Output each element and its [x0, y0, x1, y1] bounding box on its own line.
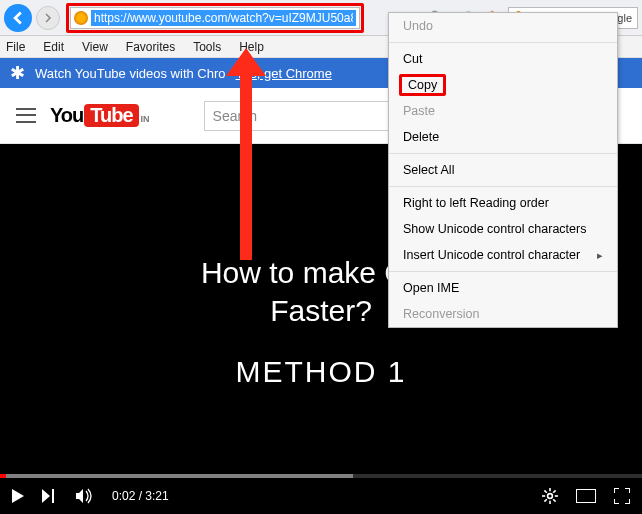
svg-line-6 — [544, 490, 546, 492]
promo-text: Watch YouTube videos with Chro — [35, 66, 226, 81]
player-controls: 0:02 / 3:21 — [0, 478, 642, 514]
svg-line-9 — [553, 490, 555, 492]
svg-line-8 — [544, 499, 546, 501]
svg-line-7 — [553, 499, 555, 501]
ctx-paste: Paste — [389, 98, 617, 124]
ctx-show-ucc[interactable]: Show Unicode control characters — [389, 216, 617, 242]
menu-file[interactable]: File — [6, 40, 25, 54]
star-icon: ✱ — [10, 64, 25, 82]
ctx-open-ime[interactable]: Open IME — [389, 275, 617, 301]
svg-rect-10 — [576, 489, 596, 503]
settings-button[interactable] — [542, 488, 558, 504]
ctx-delete[interactable]: Delete — [389, 124, 617, 150]
menu-favorites[interactable]: Favorites — [126, 40, 175, 54]
annotation-arrow-shaft — [240, 70, 252, 260]
youtube-logo[interactable]: You Tube IN — [50, 104, 150, 127]
volume-button[interactable] — [76, 488, 94, 504]
ctx-undo: Undo — [389, 13, 617, 39]
menu-view[interactable]: View — [82, 40, 108, 54]
svg-rect-0 — [52, 489, 54, 503]
next-button[interactable] — [42, 489, 58, 503]
ctx-cut[interactable]: Cut — [389, 46, 617, 72]
svg-point-1 — [548, 494, 553, 499]
page-favicon — [74, 11, 88, 25]
ctx-insert-ucc[interactable]: Insert Unicode control character ▸ — [389, 242, 617, 268]
url-highlight-annotation — [66, 3, 364, 33]
context-menu: Undo Cut Copy Paste Delete Select All Ri… — [388, 12, 618, 328]
ctx-rtl[interactable]: Right to left Reading order — [389, 190, 617, 216]
address-bar[interactable] — [91, 10, 356, 26]
time-display: 0:02 / 3:21 — [112, 489, 169, 503]
forward-button[interactable] — [36, 6, 60, 30]
ctx-select-all[interactable]: Select All — [389, 157, 617, 183]
submenu-arrow-icon: ▸ — [597, 249, 603, 262]
fullscreen-button[interactable] — [614, 488, 630, 504]
hamburger-icon[interactable] — [16, 106, 36, 126]
theater-button[interactable] — [576, 489, 596, 503]
back-button[interactable] — [4, 4, 32, 32]
ctx-reconversion: Reconversion — [389, 301, 617, 327]
menu-edit[interactable]: Edit — [43, 40, 64, 54]
menu-tools[interactable]: Tools — [193, 40, 221, 54]
ctx-copy[interactable]: Copy — [399, 74, 446, 96]
play-button[interactable] — [12, 489, 24, 503]
